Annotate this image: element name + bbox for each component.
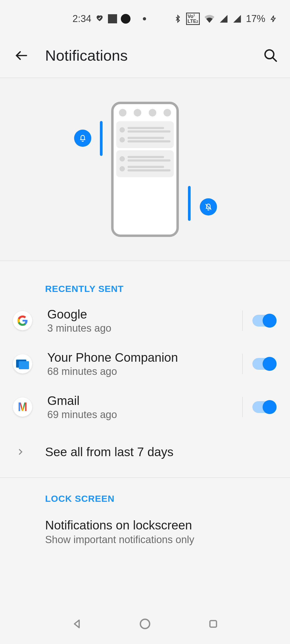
indicator-left [100, 121, 103, 156]
search-button[interactable] [262, 47, 279, 64]
gmail-icon: M [13, 397, 32, 417]
square-icon [108, 14, 117, 23]
nav-back-button[interactable] [68, 615, 85, 632]
lock-row-sub: Show important notifications only [45, 534, 279, 546]
bluetooth-icon [174, 13, 182, 24]
google-icon [13, 311, 32, 330]
page-title: Notifications [45, 47, 262, 64]
app-row-texts: Your Phone Companion 68 minutes ago [47, 350, 240, 377]
chevron-right-icon [15, 447, 26, 457]
app-bar: Notifications [0, 30, 290, 78]
app-row-texts: Google 3 minutes ago [47, 307, 240, 334]
status-left: 2:34 [73, 13, 146, 24]
lock-screen-section: LOCK SCREEN Notifications on lockscreen … [0, 478, 290, 564]
bell-on-icon [74, 130, 91, 147]
phone-mockup [111, 102, 179, 237]
toggle-your-phone-companion[interactable] [252, 358, 276, 370]
dot-small-icon [143, 17, 146, 20]
app-row-title: Google [47, 307, 240, 321]
toggle-google[interactable] [252, 315, 276, 327]
notification-illustration [0, 78, 290, 261]
heart-icon [95, 13, 104, 24]
status-time: 2:34 [73, 13, 91, 24]
status-right: Vo1LTE2 17% [174, 13, 277, 25]
nav-recent-button[interactable] [205, 615, 222, 632]
see-all-label: See all from last 7 days [45, 445, 173, 459]
app-row-title: Gmail [47, 393, 240, 408]
section-lock-screen: LOCK SCREEN [0, 478, 290, 509]
system-nav-bar [0, 604, 290, 644]
divider-vertical [242, 397, 243, 417]
divider-vertical [242, 310, 243, 331]
lte-icon: Vo1LTE2 [186, 13, 200, 25]
charging-icon [270, 13, 277, 24]
bell-off-icon [200, 198, 217, 215]
battery-percent: 17% [246, 13, 265, 24]
signal-1-icon [219, 14, 228, 23]
lock-screen-notifications-row[interactable]: Notifications on lockscreen Show importa… [0, 509, 290, 554]
lock-row-title: Notifications on lockscreen [45, 518, 279, 532]
app-row-sub: 68 minutes ago [47, 366, 240, 377]
divider-vertical [242, 354, 243, 374]
see-all-row[interactable]: See all from last 7 days [0, 429, 290, 476]
app-row-google[interactable]: Google 3 minutes ago [0, 299, 290, 342]
signal-2-icon [233, 14, 242, 23]
app-row-sub: 69 minutes ago [47, 409, 240, 420]
toggle-gmail[interactable] [252, 401, 276, 413]
your-phone-companion-icon [13, 354, 32, 374]
section-recently-sent: RECENTLY SENT [0, 261, 290, 299]
svg-point-1 [140, 619, 150, 629]
app-row-texts: Gmail 69 minutes ago [47, 393, 240, 420]
back-button[interactable] [13, 47, 30, 64]
app-row-your-phone-companion[interactable]: Your Phone Companion 68 minutes ago [0, 342, 290, 385]
app-row-title: Your Phone Companion [47, 350, 240, 365]
wifi-icon [204, 14, 215, 23]
app-row-sub: 3 minutes ago [47, 323, 240, 334]
app-row-gmail[interactable]: M Gmail 69 minutes ago [0, 385, 290, 429]
status-bar: 2:34 Vo1LTE2 17% [0, 0, 290, 30]
nav-home-button[interactable] [136, 615, 154, 632]
indicator-right [188, 186, 191, 221]
svg-rect-2 [210, 621, 217, 627]
dot-big-icon [121, 14, 130, 24]
